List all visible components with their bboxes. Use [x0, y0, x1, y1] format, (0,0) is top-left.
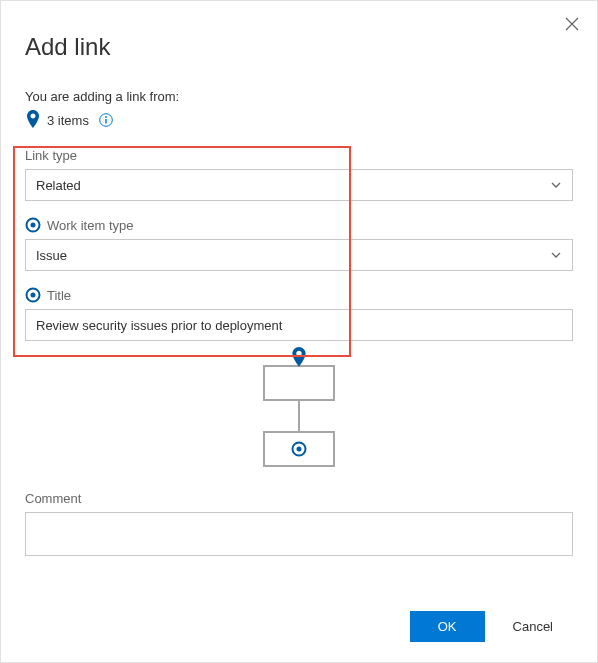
comment-input[interactable] [25, 512, 573, 556]
link-type-dropdown[interactable]: Related [25, 169, 573, 201]
svg-rect-2 [105, 119, 106, 124]
svg-point-1 [105, 116, 107, 118]
cancel-button[interactable]: Cancel [493, 611, 573, 642]
link-type-value: Related [36, 178, 81, 193]
target-icon [291, 441, 307, 457]
target-icon [25, 287, 41, 303]
items-count: 3 items [47, 113, 89, 128]
chevron-down-icon [550, 179, 562, 191]
svg-point-4 [31, 223, 36, 228]
title-input[interactable] [25, 309, 573, 341]
link-type-label: Link type [25, 148, 573, 163]
dialog-title: Add link [25, 33, 573, 61]
title-label: Title [47, 288, 71, 303]
comment-label: Comment [25, 491, 573, 506]
dialog-subtitle: You are adding a link from: [25, 89, 573, 104]
svg-point-6 [31, 293, 36, 298]
ok-button[interactable]: OK [410, 611, 485, 642]
items-row: 3 items [25, 110, 573, 130]
svg-point-8 [297, 447, 302, 452]
relationship-diagram [25, 365, 573, 467]
pin-icon [25, 110, 41, 130]
diagram-connector [298, 401, 300, 431]
info-icon[interactable] [99, 113, 113, 127]
close-icon [565, 17, 579, 31]
diagram-target-box [263, 431, 335, 467]
work-item-type-label: Work item type [47, 218, 133, 233]
work-item-type-dropdown[interactable]: Issue [25, 239, 573, 271]
chevron-down-icon [550, 249, 562, 261]
diagram-source-box [263, 365, 335, 401]
work-item-type-value: Issue [36, 248, 67, 263]
close-button[interactable] [565, 17, 581, 33]
target-icon [25, 217, 41, 233]
pin-icon [290, 347, 308, 369]
